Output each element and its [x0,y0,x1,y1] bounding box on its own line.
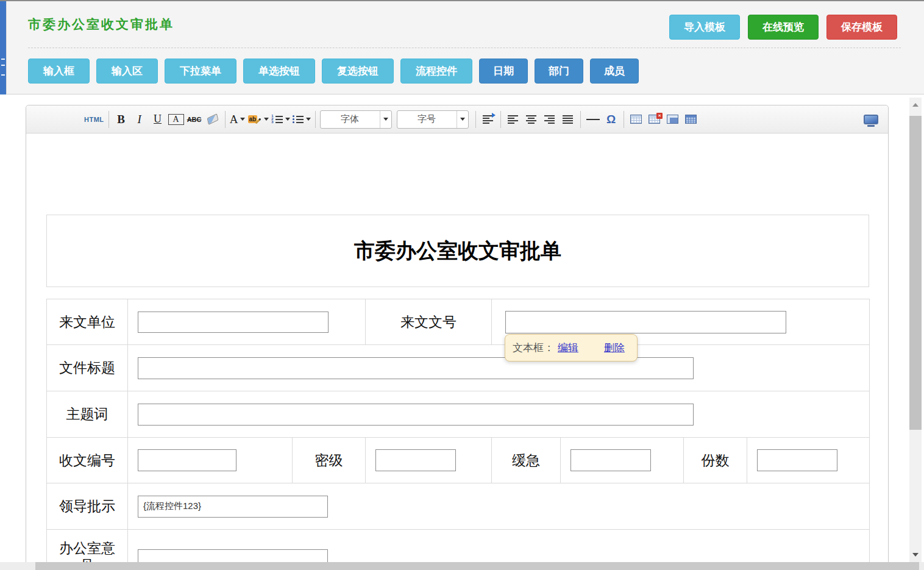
table-properties-button[interactable] [683,110,699,129]
remove-format-button[interactable] [205,110,221,129]
editor-toolbar: HTML B I U A ABC A ab 123 字体 字号 [26,105,888,134]
add-flow-control-button[interactable]: 流程控件 [400,59,472,84]
add-date-button[interactable]: 日期 [479,59,528,84]
form-title-table: 市委办公室收文审批单 [46,215,869,287]
leader-note-input[interactable] [138,496,328,518]
toolbar-separator [108,111,109,128]
align-center-button[interactable] [524,110,539,129]
toolbar-separator [500,111,501,128]
chevron-down-icon [285,118,290,121]
highlight-color-button[interactable]: ab [248,110,269,129]
clipped-side-panel [0,1,6,94]
field-label-doc-number: 来文文号 [366,299,492,345]
table-row: 主题词 [47,391,870,438]
add-textarea-button[interactable]: 输入区 [96,59,158,84]
field-label-secrecy: 密级 [293,438,366,483]
edit-widget-link[interactable]: 编辑 [558,341,578,355]
font-family-select[interactable]: 字体 [320,110,392,129]
field-label-urgency: 缓急 [492,438,561,483]
fullscreen-button[interactable] [864,115,878,124]
add-input-box-button[interactable]: 输入框 [28,59,90,84]
table-cell-icon [667,115,678,124]
widget-buttons-row: 输入框 输入区 下拉菜单 单选按钮 复选按钮 流程控件 日期 部门 成员 [28,59,639,84]
vertical-scrollbar[interactable] [909,98,922,562]
receive-no-input[interactable] [138,449,236,471]
ordered-list-icon: 123 [271,115,282,124]
align-center-icon [526,115,536,124]
unordered-list-button[interactable] [293,110,311,129]
header-panel: 市委办公室收文审批单 导入模板 在线预览 保存模板 输入框 输入区 下拉菜单 单… [6,1,924,94]
add-radio-button[interactable]: 单选按钮 [243,59,315,84]
chevron-down-icon [264,118,269,121]
insert-table-button[interactable] [628,110,644,129]
align-justify-button[interactable] [560,110,576,129]
delete-table-button[interactable]: × [647,110,663,129]
tooltip-label: 文本框： [513,341,554,355]
dashed-divider [28,48,901,48]
toolbar-separator [580,111,581,128]
cell-properties-button[interactable] [665,110,681,129]
align-left-icon [508,115,518,124]
field-label-leader-note: 领导批示 [47,483,128,530]
toolbar-separator [225,111,226,128]
source-unit-input[interactable] [138,312,329,333]
secrecy-input[interactable] [375,449,456,471]
toolbar-separator [475,111,476,128]
chevron-down-icon [306,118,311,121]
widget-edit-tooltip: 文本框： 编辑 删除 [505,334,638,362]
vertical-scrollbar-thumb[interactable] [909,116,922,430]
align-right-button[interactable] [542,110,558,129]
online-preview-button[interactable]: 在线预览 [748,15,819,40]
horizontal-scrollbar[interactable] [0,562,924,570]
urgency-input[interactable] [570,449,651,471]
bold-button[interactable]: B [113,110,129,129]
align-right-icon [544,115,555,124]
underline-button[interactable]: U [150,110,166,129]
italic-button[interactable]: I [132,110,147,129]
strikethrough-button[interactable]: ABC [187,110,202,129]
eraser-icon [207,113,218,125]
page-title: 市委办公室收文审批单 [28,16,174,33]
font-size-select[interactable]: 字号 [397,110,469,129]
table-icon [630,115,642,124]
special-char-button[interactable]: Ω [603,110,619,129]
table-delete-icon: × [649,115,660,124]
scroll-up-arrow[interactable] [909,99,922,111]
rich-text-editor: HTML B I U A ABC A ab 123 字体 字号 [26,105,889,570]
add-department-button[interactable]: 部门 [535,59,583,84]
align-left-button[interactable] [505,110,521,129]
table-grid-icon [685,115,697,124]
horizontal-scrollbar-thumb[interactable] [35,562,919,570]
horizontal-rule-button[interactable] [585,110,601,129]
toolbar-separator [624,111,624,128]
editor-content[interactable]: 市委办公室收文审批单 来文单位 来文文号 文件标题 主题词 收文 [26,134,888,570]
indent-button[interactable] [480,110,496,129]
field-label-keywords: 主题词 [47,391,128,438]
font-style-button[interactable]: A [168,114,184,125]
delete-widget-link[interactable]: 删除 [604,341,625,355]
field-label-source-unit: 来文单位 [47,299,128,345]
chevron-down-icon [380,111,391,128]
field-label-copies: 份数 [684,438,747,483]
font-color-button[interactable]: A [230,110,246,129]
unordered-list-icon [293,115,304,123]
doc-number-input[interactable] [505,311,786,333]
add-dropdown-button[interactable]: 下拉菜单 [165,59,236,84]
template-actions: 导入模板 在线预览 保存模板 [669,15,897,40]
import-template-button[interactable]: 导入模板 [669,15,740,40]
add-checkbox-button[interactable]: 复选按钮 [322,59,394,84]
copies-input[interactable] [757,449,837,471]
add-member-button[interactable]: 成员 [590,59,639,84]
html-source-button[interactable]: HTML [84,110,104,129]
horizontal-rule-icon [586,119,600,120]
ordered-list-button[interactable]: 123 [271,110,290,129]
form-title: 市委办公室收文审批单 [47,215,869,287]
scroll-down-arrow[interactable] [909,549,922,561]
toolbar-separator [315,111,316,128]
table-row: 文件标题 [47,345,870,391]
save-template-button[interactable]: 保存模板 [826,15,897,40]
field-label-receive-no: 收文编号 [47,438,128,483]
table-row: 收文编号 密级 缓急 份数 [47,438,870,483]
form-fields-table: 来文单位 来文文号 文件标题 主题词 收文编号 密级 缓急 份数 [46,299,870,570]
keywords-input[interactable] [138,404,694,426]
